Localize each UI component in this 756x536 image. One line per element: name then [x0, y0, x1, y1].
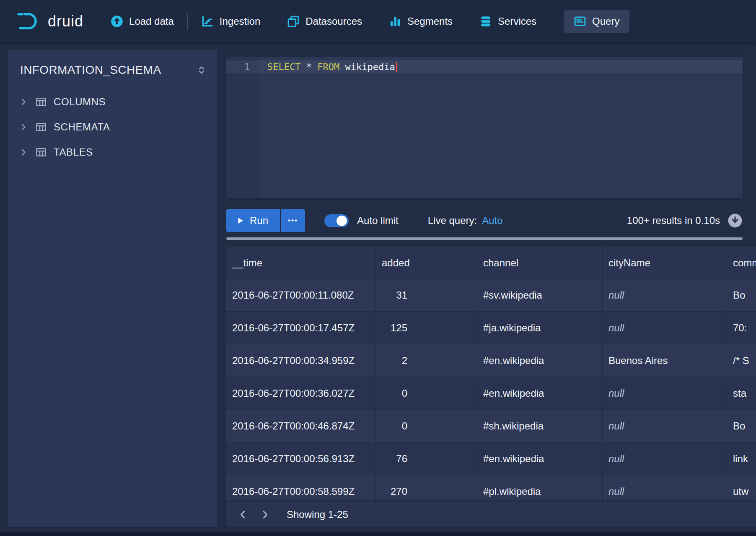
nav-item-label: Services — [498, 16, 536, 27]
line-number: 1 — [226, 60, 259, 73]
cell-comment[interactable]: sta — [727, 377, 756, 410]
tree-item-columns[interactable]: COLUMNS — [8, 89, 217, 114]
cell-comment[interactable]: Bo — [727, 279, 756, 312]
run-button-label: Run — [250, 215, 268, 226]
cell-comment[interactable]: /* S — [727, 344, 756, 377]
column-header-time[interactable]: __time — [226, 247, 376, 279]
sql-keyword: FROM — [317, 62, 339, 72]
cell-cityname[interactable]: null — [603, 442, 727, 475]
nav-item-label: Ingestion — [220, 16, 260, 27]
cell-time[interactable]: 2016-06-27T00:00:17.457Z — [226, 312, 376, 344]
download-icon[interactable] — [728, 213, 743, 228]
chevron-left-icon — [238, 509, 249, 520]
cell-comment[interactable]: 70: — [727, 312, 756, 344]
cell-cityname[interactable]: null — [603, 475, 727, 502]
nav-item-label: Segments — [407, 16, 453, 27]
editor-results-splitter[interactable] — [226, 237, 743, 240]
cell-channel[interactable]: #en.wikipedia — [477, 442, 603, 475]
cell-cityname[interactable]: Buenos Aires — [603, 344, 727, 377]
table-icon — [35, 121, 47, 133]
nav-item-services[interactable]: Services — [479, 10, 536, 33]
cell-channel[interactable]: #sh.wikipedia — [477, 410, 603, 442]
sql-keyword: SELECT — [267, 62, 300, 72]
cell-added[interactable]: 76 — [376, 442, 477, 475]
cell-time[interactable]: 2016-06-27T00:00:46.874Z — [226, 410, 376, 442]
column-header-comment[interactable]: comment — [727, 247, 756, 279]
bottom-edge — [0, 532, 756, 536]
load-data-icon — [111, 15, 123, 28]
cell-comment[interactable]: Bo — [727, 410, 756, 442]
nav-item-datasources[interactable]: Datasources — [287, 10, 362, 33]
cell-cityname[interactable]: null — [603, 377, 727, 410]
sql-editor[interactable]: 1 SELECT * FROM wikipedia — [226, 57, 743, 198]
sql-text: SELECT * FROM wikipedia — [267, 60, 397, 73]
table-row: 2016-06-27T00:00:34.959Z 2 #en.wikipedia… — [226, 344, 756, 377]
previous-page-button[interactable] — [232, 505, 254, 524]
showing-range-label: Showing 1-25 — [287, 509, 348, 520]
schema-title: INFORMATION_SCHEMA — [20, 63, 161, 77]
cell-channel[interactable]: #sv.wikipedia — [477, 279, 603, 312]
cell-time[interactable]: 2016-06-27T00:00:58.599Z — [226, 475, 376, 502]
nav-item-segments[interactable]: Segments — [389, 10, 453, 33]
tree-item-label: TABLES — [54, 146, 93, 158]
cell-time[interactable]: 2016-06-27T00:00:34.959Z — [226, 344, 376, 377]
nav-divider — [550, 13, 550, 30]
column-header-channel[interactable]: channel — [477, 247, 603, 279]
column-header-cityname[interactable]: cityName — [603, 247, 727, 279]
cell-cityname[interactable]: null — [603, 279, 727, 312]
run-button[interactable]: Run — [226, 209, 280, 232]
ingestion-icon — [201, 15, 214, 28]
editor-gutter — [226, 57, 259, 198]
live-query: Live query: Auto — [428, 215, 503, 226]
cell-channel[interactable]: #en.wikipedia — [477, 344, 603, 377]
schema-selector[interactable]: INFORMATION_SCHEMA — [8, 50, 217, 85]
run-more-button[interactable]: ••• — [281, 209, 305, 232]
table-row: 2016-06-27T00:00:17.457Z 125 #ja.wikiped… — [226, 312, 756, 344]
cell-added[interactable]: 0 — [376, 377, 477, 410]
chevron-right-icon — [259, 509, 270, 520]
datasources-icon — [287, 15, 300, 28]
cell-added[interactable]: 0 — [376, 410, 477, 442]
results-info: 100+ results in 0.10s — [627, 213, 743, 228]
query-results-panel: __time added channel cityName comment 20… — [226, 247, 756, 502]
nav-divider — [97, 13, 97, 30]
nav-item-label: Datasources — [306, 16, 362, 27]
cell-comment[interactable]: utw — [727, 475, 756, 502]
query-icon — [574, 15, 586, 28]
cell-added[interactable]: 2 — [376, 344, 477, 377]
auto-limit-label: Auto limit — [357, 215, 399, 226]
nav-group: Ingestion Datasources Segments — [201, 10, 536, 33]
double-caret-vertical-icon[interactable] — [197, 65, 207, 75]
tree-item-label: COLUMNS — [54, 96, 106, 108]
pagination-footer: Showing 1-25 — [226, 502, 756, 527]
tree-item-schemata[interactable]: SCHEMATA — [8, 114, 217, 140]
cell-channel[interactable]: #ja.wikipedia — [477, 312, 603, 344]
results-info-text: 100+ results in 0.10s — [627, 215, 720, 226]
cell-channel[interactable]: #en.wikipedia — [477, 377, 603, 410]
cell-time[interactable]: 2016-06-27T00:00:56.913Z — [226, 442, 376, 475]
cell-added[interactable]: 125 — [376, 312, 477, 344]
auto-limit-toggle[interactable] — [324, 214, 349, 227]
column-header-added[interactable]: added — [376, 247, 477, 279]
table-icon — [35, 96, 47, 108]
nav-item-load-data[interactable]: Load data — [111, 10, 174, 33]
results-table: __time added channel cityName comment 20… — [226, 247, 756, 502]
sql-operator: * — [300, 62, 317, 72]
brand[interactable]: druid — [17, 12, 83, 31]
cell-added[interactable]: 31 — [376, 279, 477, 312]
cell-added[interactable]: 270 — [376, 475, 477, 502]
tree-item-tables[interactable]: TABLES — [8, 140, 217, 165]
table-row: 2016-06-27T00:00:36.027Z 0 #en.wikipedia… — [226, 377, 756, 410]
cell-cityname[interactable]: null — [603, 312, 727, 344]
cell-time[interactable]: 2016-06-27T00:00:11.080Z — [226, 279, 376, 312]
next-page-button[interactable] — [254, 505, 276, 524]
cell-channel[interactable]: #pl.wikipedia — [477, 475, 603, 502]
nav-item-query[interactable]: Query — [564, 10, 629, 33]
sql-identifier: wikipedia — [339, 62, 395, 72]
cell-time[interactable]: 2016-06-27T00:00:36.027Z — [226, 377, 376, 410]
chevron-right-icon — [18, 147, 28, 157]
live-query-value[interactable]: Auto — [482, 215, 502, 226]
nav-item-ingestion[interactable]: Ingestion — [201, 10, 260, 33]
cell-cityname[interactable]: null — [603, 410, 727, 442]
cell-comment[interactable]: link — [727, 442, 756, 475]
